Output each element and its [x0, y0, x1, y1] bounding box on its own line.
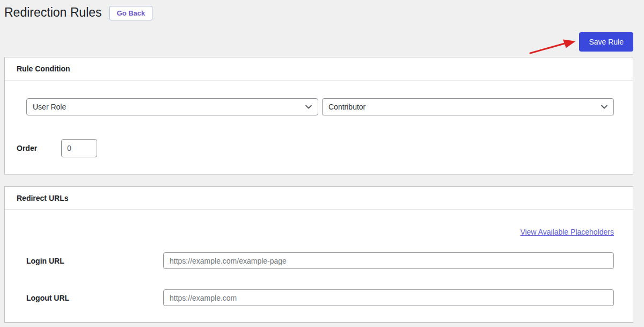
- login-url-input[interactable]: [163, 252, 614, 269]
- rule-condition-card: Rule Condition User Role Contributor: [4, 57, 633, 175]
- placeholders-link-row: View Available Placeholders: [26, 227, 614, 237]
- redirect-urls-header: Redirect URLs: [5, 187, 633, 210]
- condition-type-select[interactable]: User Role: [26, 98, 318, 115]
- red-arrow-annotation: [528, 39, 577, 55]
- logout-url-input[interactable]: [163, 289, 614, 306]
- save-row: Save Rule: [4, 32, 633, 52]
- login-url-label: Login URL: [26, 257, 163, 265]
- title-row: Redirection Rules Go Back: [4, 5, 633, 21]
- save-rule-button[interactable]: Save Rule: [579, 32, 633, 52]
- page-title: Redirection Rules: [4, 5, 102, 20]
- order-input[interactable]: [61, 139, 97, 157]
- rule-condition-header: Rule Condition: [5, 57, 633, 81]
- login-url-row: Login URL: [26, 252, 614, 269]
- logout-url-label: Logout URL: [26, 294, 163, 302]
- rule-condition-body: User Role Contributor Order: [5, 81, 633, 174]
- view-available-placeholders-link[interactable]: View Available Placeholders: [520, 228, 614, 236]
- go-back-button[interactable]: Go Back: [109, 6, 153, 20]
- condition-selects-row: User Role Contributor: [26, 98, 614, 115]
- condition-value-select[interactable]: Contributor: [322, 98, 614, 115]
- redirect-urls-card: Redirect URLs View Available Placeholder…: [4, 186, 633, 323]
- page-wrap: Redirection Rules Go Back Save Rule Rule…: [4, 0, 633, 323]
- condition-value-select-wrap: Contributor: [322, 98, 614, 115]
- redirect-urls-body: View Available Placeholders Login URL Lo…: [5, 210, 633, 322]
- condition-type-select-wrap: User Role: [26, 98, 318, 115]
- logout-url-row: Logout URL: [26, 289, 614, 306]
- order-label: Order: [17, 144, 61, 152]
- order-row: Order: [17, 139, 614, 157]
